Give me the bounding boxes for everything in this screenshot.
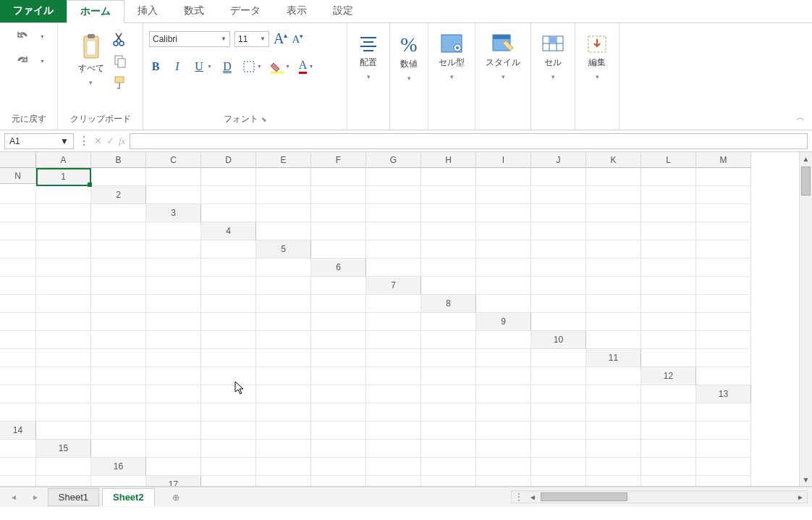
- cell[interactable]: [91, 440, 146, 458]
- bold-button[interactable]: B: [149, 60, 162, 73]
- cell[interactable]: [311, 440, 366, 458]
- cell[interactable]: [476, 331, 531, 349]
- cell[interactable]: [531, 403, 586, 422]
- cell[interactable]: [696, 313, 751, 331]
- cell[interactable]: [696, 259, 751, 277]
- cell[interactable]: [476, 186, 531, 204]
- row-header[interactable]: 16: [91, 458, 146, 476]
- copy-icon[interactable]: [113, 54, 127, 68]
- cell[interactable]: [696, 295, 751, 313]
- cell[interactable]: [36, 349, 91, 367]
- cell[interactable]: [421, 476, 476, 487]
- cell[interactable]: [36, 277, 91, 295]
- cell[interactable]: [146, 222, 201, 240]
- cell[interactable]: [476, 458, 531, 476]
- cell[interactable]: [91, 277, 146, 295]
- cell[interactable]: [311, 277, 366, 295]
- cell[interactable]: [366, 331, 421, 349]
- style-button[interactable]: スタイル▾: [481, 30, 525, 83]
- row-header[interactable]: 12: [641, 367, 696, 385]
- cell[interactable]: [36, 422, 91, 440]
- spreadsheet-grid[interactable]: ABCDEFGHIJKLMN1234567891011121314151617 …: [0, 152, 812, 487]
- decrease-font-button[interactable]: A▾: [292, 33, 303, 46]
- cell[interactable]: [146, 385, 201, 403]
- cell[interactable]: [586, 422, 641, 440]
- cell[interactable]: [586, 331, 641, 349]
- cell[interactable]: [311, 186, 366, 204]
- cell[interactable]: [36, 331, 91, 349]
- cell[interactable]: [641, 277, 696, 295]
- cell[interactable]: [256, 259, 311, 277]
- cell[interactable]: [311, 422, 366, 440]
- italic-button[interactable]: I: [171, 60, 184, 73]
- number-button[interactable]: % 数値▾: [396, 30, 422, 85]
- cell[interactable]: [256, 422, 311, 440]
- cell[interactable]: [696, 458, 751, 476]
- cell[interactable]: [256, 367, 311, 385]
- column-header[interactable]: A: [36, 152, 91, 168]
- cell[interactable]: [641, 331, 696, 349]
- cell[interactable]: [256, 295, 311, 313]
- cell[interactable]: [0, 385, 36, 403]
- cell[interactable]: [0, 331, 36, 349]
- cell[interactable]: [201, 259, 256, 277]
- cell[interactable]: [641, 313, 696, 331]
- cell[interactable]: [641, 222, 696, 240]
- cell[interactable]: [476, 295, 531, 313]
- cell[interactable]: [0, 313, 36, 331]
- cell[interactable]: [36, 313, 91, 331]
- column-header[interactable]: I: [476, 152, 531, 168]
- formula-input[interactable]: [130, 133, 808, 149]
- cell[interactable]: [91, 331, 146, 349]
- row-header[interactable]: 1: [36, 168, 91, 186]
- column-header[interactable]: E: [256, 152, 311, 168]
- cell[interactable]: [586, 458, 641, 476]
- cell[interactable]: [531, 367, 586, 385]
- cell[interactable]: [0, 222, 36, 240]
- scroll-down-icon[interactable]: ▼: [800, 473, 812, 486]
- cell[interactable]: [586, 476, 641, 487]
- row-header[interactable]: 14: [0, 422, 36, 440]
- cell[interactable]: [421, 168, 476, 186]
- cell[interactable]: [0, 204, 36, 222]
- cell[interactable]: [586, 259, 641, 277]
- cell[interactable]: [201, 422, 256, 440]
- sheet-nav-next[interactable]: ►: [26, 493, 45, 501]
- cell[interactable]: [36, 240, 91, 259]
- cell[interactable]: [366, 313, 421, 331]
- row-header[interactable]: 7: [366, 277, 421, 295]
- cell[interactable]: [641, 422, 696, 440]
- column-header[interactable]: G: [366, 152, 421, 168]
- cell[interactable]: [476, 277, 531, 295]
- add-sheet-button[interactable]: ⊕: [168, 490, 184, 506]
- cell[interactable]: [311, 295, 366, 313]
- cell[interactable]: [91, 476, 146, 487]
- cell[interactable]: [696, 331, 751, 349]
- cell[interactable]: [641, 476, 696, 487]
- cell[interactable]: [201, 349, 256, 367]
- cell[interactable]: [421, 349, 476, 367]
- row-header[interactable]: 4: [201, 222, 256, 240]
- cell[interactable]: [366, 403, 421, 422]
- cell[interactable]: [311, 458, 366, 476]
- cell[interactable]: [531, 385, 586, 403]
- row-header[interactable]: 8: [421, 295, 476, 313]
- cell[interactable]: [146, 331, 201, 349]
- cell[interactable]: [146, 440, 201, 458]
- cell[interactable]: [531, 168, 586, 186]
- cell[interactable]: [476, 204, 531, 222]
- cell[interactable]: [696, 222, 751, 240]
- select-all-corner[interactable]: [0, 152, 36, 168]
- double-underline-button[interactable]: D: [221, 60, 234, 73]
- edit-button[interactable]: 編集▾: [581, 30, 613, 83]
- cell[interactable]: [476, 367, 531, 385]
- cell[interactable]: [641, 458, 696, 476]
- cell[interactable]: [696, 440, 751, 458]
- cell[interactable]: [476, 259, 531, 277]
- cell[interactable]: [91, 168, 146, 186]
- tab-home[interactable]: ホーム: [67, 0, 124, 23]
- row-header[interactable]: 5: [256, 240, 311, 259]
- cell[interactable]: [531, 222, 586, 240]
- cell[interactable]: [256, 458, 311, 476]
- cell[interactable]: [366, 349, 421, 367]
